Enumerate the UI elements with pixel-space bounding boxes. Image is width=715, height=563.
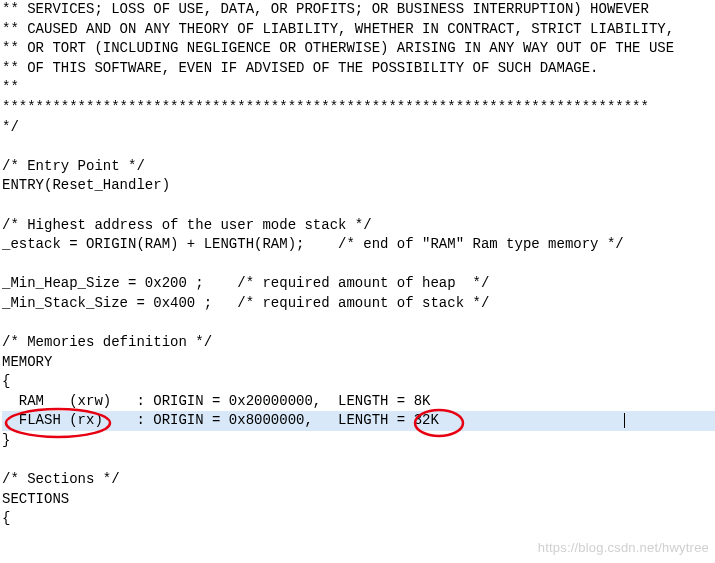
code-line[interactable]: } [2,431,715,451]
code-line[interactable]: ENTRY(Reset_Handler) [2,176,715,196]
text-caret [624,413,625,428]
code-line[interactable] [2,137,715,157]
code-line[interactable]: ** SERVICES; LOSS OF USE, DATA, OR PROFI… [2,0,715,20]
code-line[interactable]: /* Memories definition */ [2,333,715,353]
code-line[interactable]: { [2,509,715,529]
code-line[interactable]: FLASH (rx) : ORIGIN = 0x8000000, LENGTH … [2,411,715,431]
code-line[interactable]: /* Sections */ [2,470,715,490]
code-line[interactable]: _estack = ORIGIN(RAM) + LENGTH(RAM); /* … [2,235,715,255]
code-line[interactable] [2,196,715,216]
code-line[interactable]: { [2,372,715,392]
code-line[interactable]: /* Highest address of the user mode stac… [2,216,715,236]
code-line[interactable]: ****************************************… [2,98,715,118]
code-line[interactable]: ** OR TORT (INCLUDING NEGLIGENCE OR OTHE… [2,39,715,59]
code-line[interactable]: */ [2,118,715,138]
code-line[interactable] [2,255,715,275]
code-line[interactable] [2,451,715,471]
code-line[interactable] [2,314,715,334]
code-line[interactable]: RAM (xrw) : ORIGIN = 0x20000000, LENGTH … [2,392,715,412]
code-line[interactable]: ** [2,78,715,98]
code-line[interactable]: SECTIONS [2,490,715,510]
code-line[interactable]: _Min_Heap_Size = 0x200 ; /* required amo… [2,274,715,294]
code-editor-content[interactable]: ** SERVICES; LOSS OF USE, DATA, OR PROFI… [0,0,715,529]
code-line[interactable]: ** OF THIS SOFTWARE, EVEN IF ADVISED OF … [2,59,715,79]
code-line[interactable]: ** CAUSED AND ON ANY THEORY OF LIABILITY… [2,20,715,40]
code-line[interactable]: _Min_Stack_Size = 0x400 ; /* required am… [2,294,715,314]
code-line[interactable]: MEMORY [2,353,715,373]
watermark-text: https://blog.csdn.net/hwytree [538,539,709,557]
code-line[interactable]: /* Entry Point */ [2,157,715,177]
